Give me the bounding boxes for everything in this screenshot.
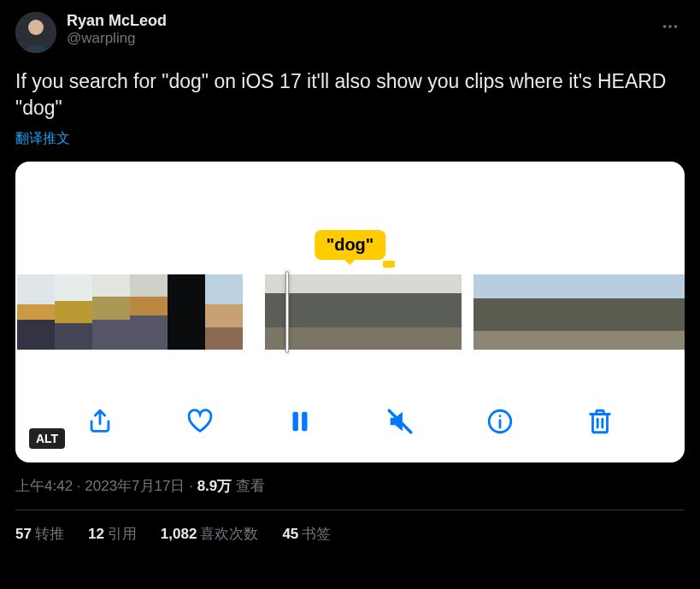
clip-thumbnail [662,274,685,350]
tweet-meta: 上午4:42 · 2023年7月17日 · 8.9万 查看 [15,476,685,496]
retweets-label: 转推 [35,526,64,542]
clip-group[interactable] [265,274,451,350]
share-button[interactable] [81,403,119,440]
heart-icon [185,407,215,436]
clip-thumbnail [549,274,586,350]
clip-thumbnail [304,274,344,350]
quotes-count: 12 [88,526,104,542]
tweet-stats: 57转推 12引用 1,082喜欢次数 45书签 [15,510,685,544]
trash-icon [585,407,615,436]
clip-thumbnail [205,274,243,350]
likes-stat[interactable]: 1,082喜欢次数 [161,524,259,544]
clip-group[interactable] [474,274,685,350]
views-count[interactable]: 8.9万 [197,478,232,494]
alt-badge[interactable]: ALT [29,428,65,449]
retweets-stat[interactable]: 57转推 [15,524,64,544]
info-button[interactable] [481,403,519,440]
pause-icon [285,407,315,436]
svg-point-2 [663,25,667,28]
clip-thumbnail [17,274,55,350]
clip-group[interactable] [17,274,243,350]
clip-thumbnail [422,274,462,350]
playhead-marker [383,261,395,268]
tweet-date[interactable]: 2023年7月17日 [85,478,185,494]
likes-label: 喜欢次数 [200,526,258,542]
tweet-container: Ryan McLeod @warpling If you search for … [0,0,700,556]
search-tooltip: "dog" [315,230,386,260]
quotes-label: 引用 [108,526,137,542]
svg-point-10 [499,415,502,417]
author-name[interactable]: Ryan McLeod [67,12,167,30]
views-label: 查看 [236,478,265,494]
clip-thumbnail [586,274,624,350]
clip-thumbnail [624,274,662,350]
translate-link[interactable]: 翻译推文 [15,130,685,148]
tweet-header: Ryan McLeod @warpling [15,12,685,53]
retweets-count: 57 [15,526,32,542]
svg-point-3 [668,25,672,28]
playhead[interactable] [285,271,289,353]
clip-thumbnail [130,274,168,350]
bookmarks-label: 书签 [302,526,331,542]
clip-thumbnail [92,274,130,350]
author-handle[interactable]: @warpling [67,30,167,47]
clip-thumbnail [344,274,383,350]
clip-thumbnail [474,274,511,350]
delete-button[interactable] [581,403,619,440]
ellipsis-icon [661,17,679,36]
svg-point-1 [28,20,44,35]
video-timeline[interactable] [15,274,685,350]
author-block: Ryan McLeod @warpling [67,12,167,47]
clip-thumbnail [511,274,549,350]
media-toolbar [15,403,685,440]
media-attachment[interactable]: "dog" [15,162,685,462]
pause-button[interactable] [281,403,319,440]
tweet-time[interactable]: 上午4:42 [15,478,73,494]
svg-rect-5 [292,412,297,432]
clip-thumbnail [168,274,205,350]
bookmarks-count: 45 [282,526,298,542]
info-icon [485,407,515,436]
clip-thumbnail [383,274,422,350]
bookmarks-stat[interactable]: 45书签 [282,524,331,544]
avatar[interactable] [15,12,56,53]
tweet-text: If you search for "dog" on iOS 17 it'll … [15,68,685,121]
mute-button[interactable] [381,403,419,440]
svg-point-4 [674,25,678,28]
likes-count: 1,082 [161,526,197,542]
like-button[interactable] [181,403,219,440]
more-options-button[interactable] [656,12,685,41]
quotes-stat[interactable]: 12引用 [88,524,137,544]
share-icon [85,407,115,436]
speaker-muted-icon [385,407,415,436]
clip-thumbnail [265,274,304,350]
clip-thumbnail [55,274,92,350]
svg-rect-6 [302,412,307,432]
